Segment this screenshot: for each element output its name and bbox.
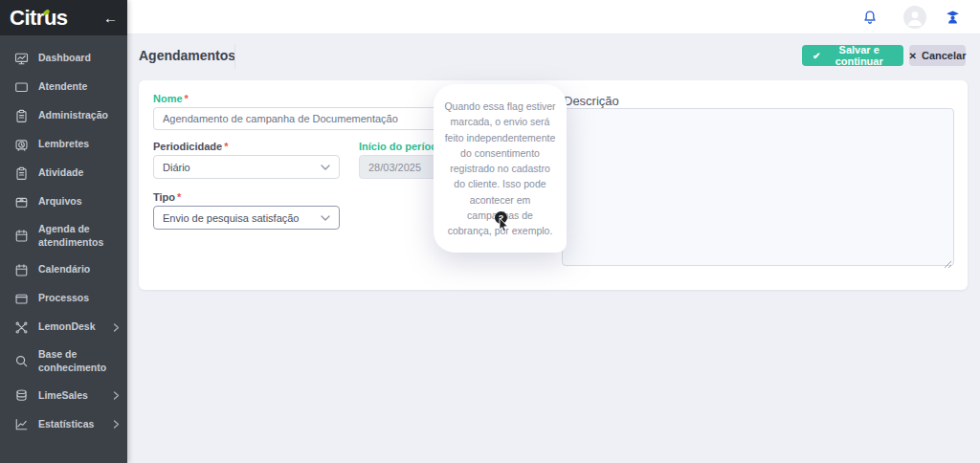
chevron-down-icon bbox=[321, 215, 330, 221]
notifications-bell-icon[interactable] bbox=[862, 0, 878, 34]
stats-icon bbox=[13, 417, 29, 432]
monitor-icon bbox=[13, 79, 29, 95]
descricao-textarea[interactable] bbox=[562, 108, 954, 266]
sidebar-item-atendente[interactable]: Atendente bbox=[0, 73, 127, 101]
chevron-right-icon bbox=[113, 420, 120, 429]
sidebar-item-lemondesk[interactable]: LemonDesk bbox=[0, 313, 127, 342]
limesales-icon bbox=[13, 388, 29, 404]
sidebar-item-agenda-de-atendimentos[interactable]: Agenda de atendimentos bbox=[0, 216, 127, 255]
calendar-icon bbox=[13, 262, 29, 277]
tipo-select[interactable]: Envio de pesquisa satisfação bbox=[153, 206, 340, 230]
app-logo: Citrus bbox=[10, 6, 68, 31]
lemondesk-icon bbox=[13, 320, 29, 335]
mouse-cursor bbox=[499, 218, 510, 237]
sidebar-item-processos[interactable]: Processos bbox=[0, 284, 127, 313]
periodicidade-select[interactable]: Diário bbox=[153, 155, 340, 179]
tutorial-graduate-icon[interactable] bbox=[945, 0, 961, 34]
sidebar-item-limesales[interactable]: LimeSales bbox=[0, 382, 127, 410]
close-icon: ✕ bbox=[909, 51, 917, 61]
logo-bar: Citrus ← bbox=[0, 0, 127, 35]
chevron-down-icon bbox=[321, 165, 330, 170]
window-icon bbox=[13, 291, 29, 306]
calendar-icon bbox=[13, 229, 29, 244]
descricao-label: Descrição bbox=[564, 94, 619, 108]
search-icon bbox=[13, 354, 29, 369]
sidebar-item-arquivos[interactable]: Arquivos bbox=[0, 187, 127, 216]
clipboard-icon bbox=[13, 108, 29, 123]
periodicidade-label: Periodicidade* bbox=[153, 141, 228, 152]
clipboard-icon bbox=[13, 165, 29, 181]
sidebar-item-atividade[interactable]: Atividade bbox=[0, 159, 127, 187]
title-separator bbox=[234, 44, 235, 69]
save-and-continue-button[interactable]: ✔ Salvar e continuar bbox=[802, 45, 903, 66]
sidebar-item-dashboard[interactable]: Dashboard bbox=[0, 44, 127, 73]
page-title: Agendamentos bbox=[139, 48, 235, 63]
sidebar: Citrus ← Dashboard Atendente Administraç… bbox=[0, 0, 127, 463]
leaf-icon bbox=[42, 3, 51, 20]
sidebar-item-estatisticas[interactable]: Estatísticas bbox=[0, 410, 127, 439]
nome-label: Nome* bbox=[153, 93, 189, 104]
sidebar-item-lembretes[interactable]: Lembretes bbox=[0, 130, 127, 159]
reminder-icon bbox=[13, 137, 29, 152]
chevron-right-icon bbox=[113, 323, 120, 332]
avatar-person-icon bbox=[903, 6, 926, 29]
cancel-button[interactable]: ✕ Cancelar bbox=[909, 45, 966, 66]
sidebar-item-administracao[interactable]: Administração bbox=[0, 101, 127, 130]
sidebar-item-base-de-conhecimento[interactable]: Base de conhecimento bbox=[0, 342, 127, 381]
chevron-right-icon bbox=[113, 391, 120, 400]
archive-icon bbox=[13, 194, 29, 209]
topbar: SAIR bbox=[127, 0, 980, 34]
tipo-label: Tipo* bbox=[153, 191, 181, 203]
sidebar-item-calendario[interactable]: Calendário bbox=[0, 255, 127, 284]
check-icon: ✔ bbox=[813, 51, 820, 61]
collapse-sidebar-icon[interactable]: ← bbox=[103, 10, 118, 26]
sidebar-nav: Dashboard Atendente Administração Lembre… bbox=[0, 35, 127, 439]
dashboard-icon bbox=[13, 51, 29, 66]
user-avatar[interactable] bbox=[903, 0, 926, 34]
